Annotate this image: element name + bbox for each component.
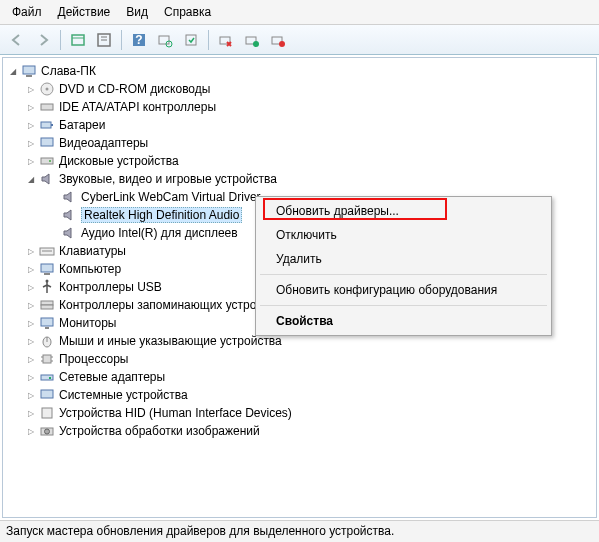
expand-icon[interactable]	[25, 83, 37, 95]
expand-icon[interactable]	[25, 299, 37, 311]
cpu-icon	[39, 351, 55, 367]
ctx-delete[interactable]: Удалить	[258, 247, 549, 271]
ctx-scan-hardware[interactable]: Обновить конфигурацию оборудования	[258, 278, 549, 302]
expand-icon[interactable]	[25, 263, 37, 275]
svg-rect-15	[23, 66, 35, 74]
no-twisty	[47, 227, 59, 239]
tree-label: DVD и CD-ROM дисководы	[59, 82, 210, 96]
svg-rect-23	[41, 158, 53, 164]
expand-icon[interactable]	[25, 389, 37, 401]
tree-item-imaging[interactable]: Устройства обработки изображений	[3, 422, 596, 440]
forward-button[interactable]	[32, 29, 54, 51]
tree-label: Контроллеры USB	[59, 280, 162, 294]
tree-item-cpu[interactable]: Процессоры	[3, 350, 596, 368]
tree-item-network[interactable]: Сетевые адаптеры	[3, 368, 596, 386]
disable-button[interactable]	[267, 29, 289, 51]
ctx-update-drivers[interactable]: Обновить драйверы...	[258, 199, 549, 223]
menu-file[interactable]: Файл	[4, 2, 50, 22]
device-tree[interactable]: Слава-ПК DVD и CD-ROM дисководы IDE ATA/…	[2, 57, 597, 518]
status-bar: Запуск мастера обновления драйверов для …	[0, 520, 599, 542]
tree-label: Устройства обработки изображений	[59, 424, 260, 438]
usb-icon	[39, 279, 55, 295]
speaker-icon	[61, 189, 77, 205]
tree-label: Батареи	[59, 118, 105, 132]
tree-label: Дисковые устройства	[59, 154, 179, 168]
svg-rect-41	[41, 375, 53, 380]
system-icon	[39, 387, 55, 403]
svg-point-46	[45, 429, 50, 434]
tree-label: Устройства HID (Human Interface Devices)	[59, 406, 292, 420]
menu-help[interactable]: Справка	[156, 2, 219, 22]
ctx-disable[interactable]: Отключить	[258, 223, 549, 247]
tree-item-hid[interactable]: Устройства HID (Human Interface Devices)	[3, 404, 596, 422]
tree-label: Процессоры	[59, 352, 129, 366]
menu-separator	[260, 305, 547, 306]
expand-icon[interactable]	[25, 335, 37, 347]
expand-icon[interactable]	[25, 245, 37, 257]
svg-point-18	[46, 88, 49, 91]
status-text: Запуск мастера обновления драйверов для …	[6, 524, 394, 538]
svg-point-24	[49, 160, 51, 162]
tree-item-disk[interactable]: Дисковые устройства	[3, 152, 596, 170]
tree-item-display[interactable]: Видеоадаптеры	[3, 134, 596, 152]
svg-rect-28	[44, 273, 50, 275]
tree-item-system[interactable]: Системные устройства	[3, 386, 596, 404]
tree-label: Видеоадаптеры	[59, 136, 148, 150]
collapse-icon[interactable]	[25, 173, 37, 185]
expand-icon[interactable]	[25, 371, 37, 383]
expand-icon[interactable]	[25, 353, 37, 365]
menu-action[interactable]: Действие	[50, 2, 119, 22]
toolbar: ?	[0, 25, 599, 55]
expand-icon[interactable]	[25, 407, 37, 419]
controller-icon	[39, 99, 55, 115]
computer-icon	[39, 261, 55, 277]
tree-item-battery[interactable]: Батареи	[3, 116, 596, 134]
tree-item-audio-group[interactable]: Звуковые, видео и игровые устройства	[3, 170, 596, 188]
enable-button[interactable]	[241, 29, 263, 51]
help-button[interactable]: ?	[128, 29, 150, 51]
tree-label: Мониторы	[59, 316, 116, 330]
collapse-icon[interactable]	[7, 65, 19, 77]
back-button[interactable]	[6, 29, 28, 51]
network-icon	[39, 369, 55, 385]
keyboard-icon	[39, 243, 55, 259]
speaker-icon	[61, 207, 77, 223]
view-button[interactable]	[67, 29, 89, 51]
monitor-icon	[39, 315, 55, 331]
expand-icon[interactable]	[25, 101, 37, 113]
tree-label: CyberLink WebCam Virtual Driver	[81, 190, 261, 204]
context-menu: Обновить драйверы... Отключить Удалить О…	[255, 196, 552, 336]
expand-icon[interactable]	[25, 317, 37, 329]
expand-icon[interactable]	[25, 119, 37, 131]
expand-icon[interactable]	[25, 137, 37, 149]
svg-point-14	[279, 41, 285, 47]
tree-label: Компьютер	[59, 262, 121, 276]
display-adapter-icon	[39, 135, 55, 151]
update-button[interactable]	[180, 29, 202, 51]
mouse-icon	[39, 333, 55, 349]
tree-label: Системные устройства	[59, 388, 188, 402]
menu-view[interactable]: Вид	[118, 2, 156, 22]
uninstall-button[interactable]	[215, 29, 237, 51]
svg-rect-43	[41, 390, 53, 398]
ctx-properties[interactable]: Свойства	[258, 309, 549, 333]
svg-rect-44	[42, 408, 52, 418]
svg-rect-36	[43, 355, 51, 363]
tree-root[interactable]: Слава-ПК	[3, 62, 596, 80]
expand-icon[interactable]	[25, 425, 37, 437]
tree-label: Мыши и иные указывающие устройства	[59, 334, 282, 348]
tree-item-ide[interactable]: IDE ATA/ATAPI контроллеры	[3, 98, 596, 116]
svg-rect-33	[45, 327, 49, 329]
svg-rect-9	[186, 35, 196, 45]
properties-button[interactable]	[93, 29, 115, 51]
storage-icon	[39, 297, 55, 313]
svg-point-12	[253, 41, 259, 47]
svg-rect-0	[72, 35, 84, 45]
svg-rect-20	[41, 122, 51, 128]
expand-icon[interactable]	[25, 155, 37, 167]
scan-button[interactable]	[154, 29, 176, 51]
expand-icon[interactable]	[25, 281, 37, 293]
tree-item-dvd[interactable]: DVD и CD-ROM дисководы	[3, 80, 596, 98]
no-twisty	[47, 191, 59, 203]
svg-rect-42	[49, 377, 51, 379]
